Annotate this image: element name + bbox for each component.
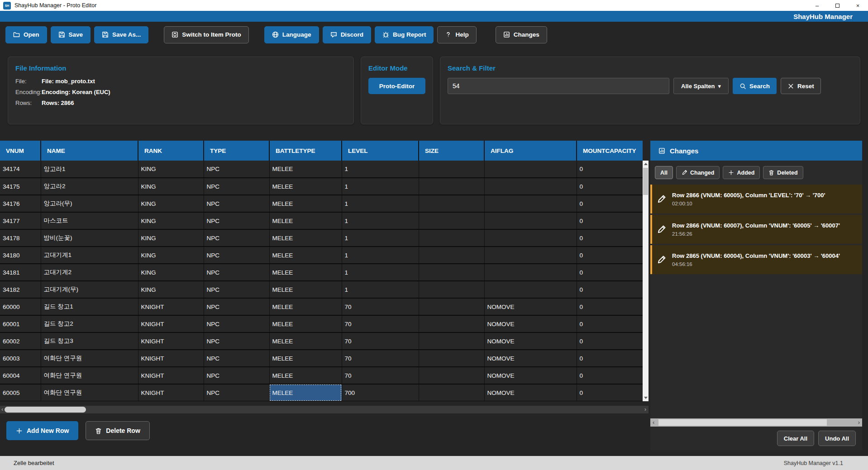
table-cell[interactable]: 밤비(눈꽃) xyxy=(41,229,138,247)
undo-all-button[interactable]: Undo All xyxy=(818,431,856,446)
column-header-vnum[interactable]: VNUM xyxy=(0,141,41,161)
table-cell[interactable]: MELEE xyxy=(269,384,342,401)
table-cell[interactable]: NPC xyxy=(204,161,269,178)
table-cell[interactable]: MELEE xyxy=(269,178,342,195)
column-header-size[interactable]: SIZE xyxy=(419,141,484,161)
table-vertical-scrollbar[interactable] xyxy=(643,161,649,401)
filter-deleted-button[interactable]: Deleted xyxy=(763,166,803,179)
table-cell[interactable]: KNIGHT xyxy=(138,315,204,332)
scroll-up-arrow-icon[interactable] xyxy=(644,163,648,165)
table-cell[interactable]: 고대기계(무) xyxy=(41,281,138,298)
table-cell[interactable]: NOMOVE xyxy=(484,367,577,384)
table-cell[interactable]: 길드 창고1 xyxy=(41,298,138,315)
table-cell[interactable]: KNIGHT xyxy=(138,332,204,350)
change-entry[interactable]: Row 2866 (VNUM: 60005), Column 'LEVEL': … xyxy=(650,185,862,214)
table-cell[interactable]: 길드 창고3 xyxy=(41,332,138,350)
change-entry[interactable]: Row 2865 (VNUM: 60004), Column 'VNUM': '… xyxy=(650,245,862,274)
column-header-aiflag[interactable]: AIFLAG xyxy=(484,141,577,161)
filter-added-button[interactable]: Added xyxy=(723,166,760,179)
table-cell[interactable]: NOMOVE xyxy=(484,350,577,367)
filter-changed-button[interactable]: Changed xyxy=(676,166,720,179)
scroll-right-arrow-icon[interactable]: › xyxy=(858,418,860,427)
change-entry[interactable]: Row 2866 (VNUM: 60007), Column 'VNUM': '… xyxy=(650,215,862,244)
column-filter-dropdown[interactable]: Alle Spalten ▾ xyxy=(673,78,729,94)
bug-report-button[interactable]: Bug Report xyxy=(375,26,434,43)
table-cell[interactable]: 0 xyxy=(577,212,643,229)
table-cell[interactable] xyxy=(419,367,484,384)
table-cell[interactable]: NPC xyxy=(204,350,269,367)
table-cell[interactable]: 고대기계1 xyxy=(41,247,138,264)
table-cell[interactable]: 길드 창고2 xyxy=(41,315,138,332)
table-cell[interactable]: MELEE xyxy=(269,212,342,229)
table-cell[interactable]: 여화단 연구원 xyxy=(41,384,138,401)
table-cell[interactable]: 1 xyxy=(342,281,419,298)
table-cell[interactable]: NOMOVE xyxy=(484,384,577,401)
table-cell[interactable] xyxy=(419,298,484,315)
table-cell[interactable]: 34176 xyxy=(0,195,41,212)
table-cell[interactable]: NPC xyxy=(204,332,269,350)
table-cell[interactable]: KING xyxy=(138,161,204,178)
table-cell[interactable]: NPC xyxy=(204,247,269,264)
table-cell[interactable] xyxy=(484,247,577,264)
table-cell[interactable]: 앙고라1 xyxy=(41,161,138,178)
table-cell[interactable]: 1 xyxy=(342,247,419,264)
add-new-row-button[interactable]: Add New Row xyxy=(6,421,78,440)
table-cell[interactable] xyxy=(419,332,484,350)
table-cell[interactable]: 70 xyxy=(342,315,419,332)
table-cell[interactable]: 1 xyxy=(342,212,419,229)
table-cell[interactable] xyxy=(419,315,484,332)
column-header-battletype[interactable]: BATTLETYPE xyxy=(269,141,342,161)
table-cell[interactable]: NPC xyxy=(204,195,269,212)
scroll-down-arrow-icon[interactable] xyxy=(644,397,648,399)
table-cell[interactable]: 60001 xyxy=(0,315,41,332)
table-cell[interactable]: NPC xyxy=(204,298,269,315)
table-cell[interactable]: KING xyxy=(138,212,204,229)
language-button[interactable]: Language xyxy=(264,26,319,43)
table-cell[interactable] xyxy=(484,212,577,229)
scroll-left-arrow-icon[interactable]: ‹ xyxy=(1,406,3,413)
table-cell[interactable] xyxy=(419,178,484,195)
table-cell[interactable]: 1 xyxy=(342,161,419,178)
horizontal-scrollbar-thumb[interactable] xyxy=(5,407,86,413)
table-cell[interactable]: 0 xyxy=(577,281,643,298)
table-cell[interactable]: MELEE xyxy=(269,350,342,367)
open-button[interactable]: Open xyxy=(5,26,47,43)
table-cell[interactable]: NOMOVE xyxy=(484,332,577,350)
table-cell[interactable]: 0 xyxy=(577,229,643,247)
scroll-left-arrow-icon[interactable]: ‹ xyxy=(653,418,654,427)
table-cell[interactable]: 앙고라2 xyxy=(41,178,138,195)
table-cell[interactable]: NPC xyxy=(204,212,269,229)
table-cell[interactable]: 70 xyxy=(342,350,419,367)
table-cell[interactable]: MELEE xyxy=(269,161,342,178)
table-cell[interactable]: MELEE xyxy=(269,367,342,384)
table-cell[interactable] xyxy=(484,161,577,178)
table-cell[interactable] xyxy=(484,281,577,298)
search-input[interactable] xyxy=(448,78,669,94)
table-cell[interactable]: KING xyxy=(138,281,204,298)
search-button[interactable]: Search xyxy=(733,78,777,94)
table-cell[interactable] xyxy=(484,264,577,281)
delete-row-button[interactable]: Delete Row xyxy=(86,421,149,440)
table-cell[interactable]: 1 xyxy=(342,195,419,212)
table-cell[interactable]: 60003 xyxy=(0,350,41,367)
table-cell[interactable] xyxy=(419,384,484,401)
changes-horizontal-scrollbar[interactable]: ‹ › xyxy=(650,418,862,427)
table-cell[interactable]: NPC xyxy=(204,367,269,384)
table-cell[interactable]: KNIGHT xyxy=(138,384,204,401)
table-cell[interactable]: 앙고라(무) xyxy=(41,195,138,212)
changes-button[interactable]: Changes xyxy=(496,26,547,43)
table-cell[interactable] xyxy=(419,229,484,247)
table-cell[interactable]: KING xyxy=(138,229,204,247)
table-cell[interactable]: NPC xyxy=(204,384,269,401)
table-cell[interactable]: NOMOVE xyxy=(484,315,577,332)
table-cell[interactable]: 34174 xyxy=(0,161,41,178)
table-cell[interactable]: 고대기계2 xyxy=(41,264,138,281)
table-cell[interactable]: 0 xyxy=(577,315,643,332)
table-cell[interactable]: MELEE xyxy=(269,229,342,247)
discord-button[interactable]: Discord xyxy=(323,26,371,43)
table-cell[interactable] xyxy=(419,195,484,212)
table-cell[interactable]: 34175 xyxy=(0,178,41,195)
table-cell[interactable]: 0 xyxy=(577,247,643,264)
table-cell[interactable]: 34182 xyxy=(0,281,41,298)
table-cell[interactable]: NPC xyxy=(204,178,269,195)
